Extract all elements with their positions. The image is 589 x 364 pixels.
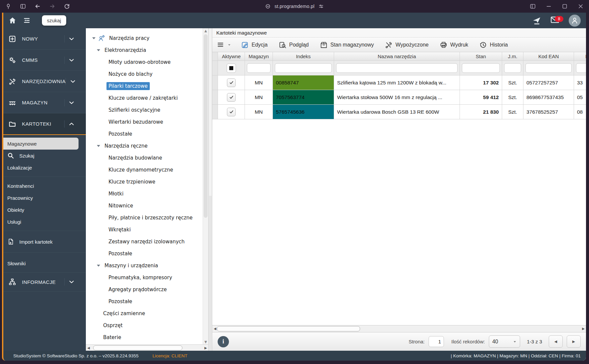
toolbar-button-stan-magazynowy[interactable]: Stan magazynowy [320,41,374,49]
tree-item[interactable]: Pneumatyka, kompresory [86,272,203,284]
sidebar-item-informacje[interactable]: INFORMACJE [3,273,86,292]
scroll-left-icon[interactable]: ◀ [86,345,91,351]
tree-item[interactable]: Maszyny i urządzenia [86,260,203,272]
mail-button[interactable]: 8 [550,15,559,26]
tree-item[interactable]: Nitownice [86,200,203,212]
column-header-nazwa-narzędzia[interactable]: Nazwa narzędzia [334,52,460,61]
sidebar-item-magazyn[interactable]: MAGAZYN [3,92,86,113]
column-header-jm[interactable]: J.m. [502,52,523,61]
column-header-stan[interactable]: Stan [460,52,502,61]
prev-page-button[interactable]: ◀ [549,335,563,348]
next-page-button[interactable]: ▶ [567,335,581,348]
toolbar-button-edycja[interactable]: Edycja [241,41,268,49]
filter-input[interactable] [247,63,271,73]
sidebar-toggle-icon[interactable] [20,3,26,9]
reload-icon[interactable] [64,3,70,9]
tree-item[interactable]: Zestawy narzędzi izolowanych [86,236,203,248]
info-button[interactable]: i [218,336,229,347]
tune-icon[interactable] [318,4,324,9]
sidebar-item-nowy[interactable]: NOWY [3,28,86,50]
tree-item[interactable]: Baterie [86,331,203,343]
tree-item[interactable]: Szlifierki oscylacyjne [86,104,203,116]
tree-item[interactable]: Młoty udarowo-obrotowe [86,56,203,68]
table-row[interactable]: MN5765745636Wiertarka udarowa Bosch GSB … [212,105,586,119]
scroll-down-icon[interactable]: ▼ [203,339,208,345]
tree-vscroll-thumb[interactable] [204,34,208,218]
page-input[interactable] [429,336,444,347]
filter-input[interactable] [576,63,586,73]
submenu-item-usługi[interactable]: Usługi [3,216,86,228]
tree-item[interactable]: Klucze udarowe / zakrętarki [86,92,203,104]
tree-item[interactable]: Pilarki tarczowe [86,80,203,92]
column-header-magazyn[interactable]: Magazyn [245,52,273,61]
tree-item[interactable]: Agregaty prądotwórcze [86,284,203,296]
column-header-indeks[interactable]: Indeks [273,52,334,61]
panel-splitter[interactable] [208,28,212,351]
tree-item[interactable]: Części zamienne [86,307,203,319]
tree-item[interactable]: Pozostałe [86,128,203,140]
column-header-n[interactable]: N [574,52,586,61]
tree-item[interactable]: Wiertarki bezudarowe [86,116,203,128]
row-checkbox[interactable] [227,93,236,102]
tree-item[interactable]: Młotki [86,188,203,200]
sidebar-item-cmms[interactable]: CMMS [3,50,86,71]
tree-item[interactable]: Elektronarzędzia [86,44,203,56]
home-icon[interactable] [9,17,16,24]
browser-logo-icon[interactable] [5,3,11,9]
table-row[interactable]: MN7057563774Wiertarka stołowa 500W 16 mm… [212,90,586,105]
scroll-up-icon[interactable]: ▲ [203,28,208,34]
column-header-kod-ean[interactable]: Kod EAN [523,52,574,61]
sidebar-item-narzędziownia[interactable]: NARZĘDZIOWNIA [3,71,86,92]
maximize-icon[interactable] [562,3,568,9]
tree-item[interactable]: Wkrętaki [86,224,203,236]
tree-item[interactable]: Narzędzia pracy [86,32,203,44]
row-checkbox[interactable] [227,108,236,116]
tree-item[interactable]: Klucze dynamometryczne [86,164,203,176]
minimize-icon[interactable] [546,3,552,9]
submenu-item-słowniki[interactable]: Słowniki [3,256,86,271]
submenu-item-pracownicy[interactable]: Pracownicy [3,192,86,204]
tree-item[interactable]: Nożyce do blachy [86,68,203,80]
tree-item[interactable]: Pozostałe [86,248,203,260]
submenu-item-obiekty[interactable]: Obiekty [3,204,86,216]
filter-input[interactable] [336,63,458,73]
submenu-item-import-kartotek[interactable]: Import kartotek [3,234,86,249]
send-icon[interactable] [532,16,541,25]
submenu-item-lokalizacje[interactable]: Lokalizacje [3,162,86,174]
sidebar-item-kartoteki[interactable]: KARTOTEKI [3,113,86,135]
filter-input[interactable] [525,63,572,73]
site-info-icon[interactable] [265,4,271,9]
select-all-checkbox[interactable] [227,63,236,73]
hamburger-icon[interactable] [217,41,224,48]
filter-input[interactable] [462,63,500,73]
triangle-down-icon[interactable] [91,36,97,41]
column-header-aktywne[interactable]: Aktywne [218,52,245,61]
close-icon[interactable] [578,3,584,9]
toolbar-button-wypożyczone[interactable]: Wypożyczone [385,41,428,49]
filter-input[interactable] [504,63,521,73]
tree-vertical-scrollbar[interactable]: ▲ ▼ [203,28,208,345]
triangle-down-icon[interactable] [96,263,101,268]
filter-input[interactable] [275,63,332,73]
forward-icon[interactable] [49,3,55,9]
triangle-down-icon[interactable] [96,48,101,53]
table-row[interactable]: MN00858747Szlifierka kątowa 125 mm 1200W… [212,75,586,90]
table-horizontal-scrollbar[interactable]: ◀ ▶ [212,325,586,332]
panel-icon[interactable] [530,3,536,9]
tree-item[interactable]: Osprzęt [86,319,203,331]
tree-horizontal-scrollbar[interactable]: ◀ ▶ [86,344,208,351]
scroll-right-icon[interactable]: ▶ [203,345,208,351]
chevron-down-icon[interactable] [227,43,231,47]
collapse-menu-icon[interactable] [23,17,31,24]
records-per-page-select[interactable]: 40 [489,335,520,348]
tree-item[interactable]: Klucze trzpieniowe [86,176,203,188]
address-bar[interactable]: st.programdemo.pl [265,0,324,13]
tree-item[interactable]: Piły, płatnice i brzeszczoty ręczne [86,212,203,224]
search-tooltip[interactable]: szukaj [42,15,66,26]
tree-hscroll-thumb[interactable] [93,345,182,350]
toolbar-button-wydruk[interactable]: Wydruk [440,41,468,49]
user-avatar[interactable] [569,15,581,27]
back-icon[interactable] [35,3,41,9]
table-hscroll-thumb[interactable] [217,326,360,331]
toolbar-button-historia[interactable]: Historia [480,41,508,49]
